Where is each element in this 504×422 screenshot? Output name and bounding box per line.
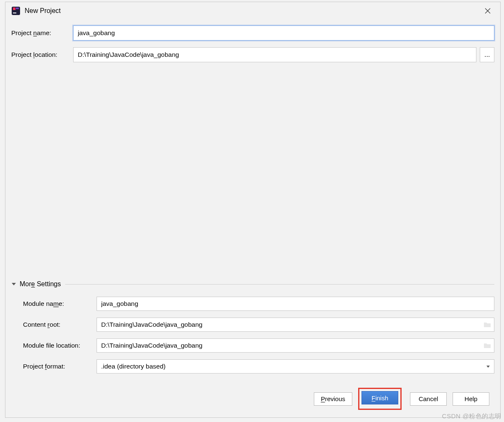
close-icon (485, 8, 491, 14)
cancel-button[interactable]: Cancel (410, 392, 447, 406)
project-location-input[interactable] (73, 47, 476, 62)
finish-button-highlight: Finish (358, 388, 402, 410)
dialog-title: New Project (25, 7, 479, 15)
module-name-input[interactable] (97, 297, 494, 311)
dialog-button-bar: Previous Finish Cancel Help (11, 384, 494, 417)
svg-marker-7 (486, 366, 490, 368)
intellij-icon (11, 6, 20, 15)
project-name-label: Project name: (11, 29, 73, 37)
help-button[interactable]: Help (453, 392, 489, 406)
ellipsis-icon: ... (484, 51, 490, 58)
dialog-content: Project name: Project location: ... (5, 20, 500, 417)
project-name-input[interactable] (73, 25, 494, 41)
svg-rect-2 (16, 8, 19, 9)
project-format-select[interactable]: .idea (directory based) (97, 359, 494, 374)
finish-button[interactable]: Finish (361, 391, 398, 404)
project-location-label: Project location: (11, 51, 73, 58)
chevron-down-icon (486, 364, 491, 369)
module-name-label: Module name: (23, 300, 97, 308)
new-project-dialog: New Project Project name: Project locati… (5, 2, 501, 418)
svg-rect-1 (13, 8, 15, 10)
svg-rect-3 (13, 13, 16, 13)
more-settings-panel: Module name: Content root: Modul (11, 290, 494, 384)
module-file-location-input[interactable] (97, 338, 494, 353)
content-root-input[interactable] (97, 318, 494, 332)
chevron-down-icon (10, 280, 18, 288)
browse-location-button[interactable]: ... (480, 47, 494, 62)
content-root-label: Content root: (23, 321, 97, 328)
more-settings-toggle[interactable]: More Settings (10, 280, 494, 288)
close-button[interactable] (479, 5, 496, 17)
module-file-location-label: Module file location: (23, 342, 97, 349)
project-format-label: Project format: (23, 363, 97, 370)
titlebar: New Project (5, 2, 500, 20)
svg-marker-6 (12, 283, 16, 285)
separator-line (65, 284, 494, 285)
folder-icon[interactable] (484, 343, 491, 348)
previous-button[interactable]: Previous (314, 392, 352, 406)
folder-icon[interactable] (484, 322, 491, 328)
